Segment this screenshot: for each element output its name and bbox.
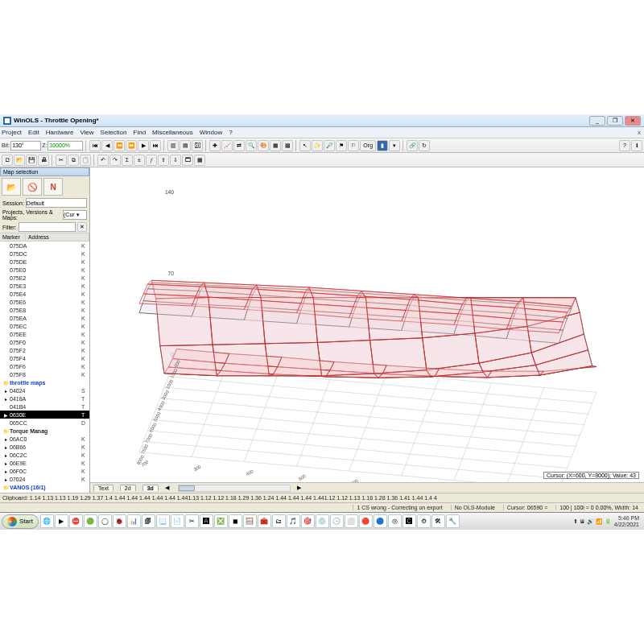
tree-item[interactable]: 075DAK (0, 242, 89, 250)
new-map-icon[interactable]: N (43, 178, 63, 196)
taskbar-app-icon[interactable]: 🪟 (243, 514, 257, 528)
tree-item[interactable]: ▸07024K (0, 475, 89, 483)
minimize-button[interactable]: _ (589, 116, 605, 126)
filter-clear-icon[interactable]: ✕ (77, 222, 87, 232)
graph-icon[interactable]: 📈 (221, 140, 233, 151)
wand-icon[interactable]: ✨ (312, 140, 323, 151)
taskbar-app-icon[interactable]: ⬜ (345, 514, 358, 528)
refresh-icon[interactable]: ↻ (419, 140, 430, 151)
flag-a-icon[interactable]: ⚑ (336, 140, 347, 151)
undo-icon[interactable]: ↶ (97, 155, 109, 166)
col-address[interactable]: Address (26, 233, 89, 241)
tab-2d[interactable]: 2d (120, 485, 136, 491)
search-icon[interactable]: 🔎 (324, 140, 335, 151)
view-stack-icon[interactable]: ▤ (180, 140, 191, 151)
tree-item[interactable]: 📁VANOS (16/1) (0, 483, 89, 491)
cursor-icon[interactable]: ↖ (299, 140, 311, 151)
tab-scroll-left-icon[interactable]: ◀ (165, 485, 169, 491)
taskbar-app-icon[interactable]: ▶ (55, 514, 68, 528)
map-tree[interactable]: 075DAK075DCK075DEK075E0K075E2K075E3K075E… (0, 242, 89, 493)
mdi-close-icon[interactable]: x (638, 129, 641, 136)
taskbar-app-icon[interactable]: 📄 (171, 514, 184, 528)
taskbar-app-icon[interactable]: 🅰 (200, 514, 213, 528)
view-split-icon[interactable]: ▥ (167, 140, 179, 151)
checksum-icon[interactable]: Σ (122, 155, 133, 166)
tree-item[interactable]: 075E6K (0, 298, 89, 306)
tree-item[interactable]: 075E2K (0, 274, 89, 282)
filter-field[interactable] (19, 222, 76, 232)
panel-more-icon[interactable]: ▾ (389, 140, 400, 151)
nav-last-icon[interactable]: ⏭ (150, 140, 161, 151)
tab-text[interactable]: Text (93, 485, 114, 491)
horizontal-scrollbar[interactable] (178, 485, 291, 492)
projects-selector[interactable] (63, 210, 87, 220)
taskbar-app-icon[interactable]: 💿 (316, 514, 329, 528)
zoom-in-icon[interactable]: 🔍 (246, 140, 257, 151)
tree-item[interactable]: 075F8K (0, 370, 89, 378)
tree-item[interactable]: 075DEK (0, 258, 89, 266)
taskbar-app-icon[interactable]: 🅲 (402, 514, 416, 528)
chart-3d[interactable]: 1407006001000200030004000500060007000750… (90, 167, 644, 482)
taskbar-app-icon[interactable]: 🔧 (446, 514, 460, 528)
nav-rewind-icon[interactable]: ⏪ (114, 140, 125, 151)
taskbar-app-icon[interactable]: ❎ (214, 514, 228, 528)
tile-icon[interactable]: ▦ (194, 155, 205, 166)
save-icon[interactable]: 💾 (26, 155, 37, 166)
taskbar-app-icon[interactable]: ⚙ (417, 514, 431, 528)
tray-icon[interactable]: 🖥 (580, 518, 585, 525)
taskbar-app-icon[interactable]: 🌐 (40, 514, 54, 528)
diff-icon[interactable]: ± (134, 155, 145, 166)
tree-item[interactable]: 075F2K (0, 346, 89, 354)
export-icon[interactable]: ⇪ (158, 155, 169, 166)
tree-item[interactable]: 075F6K (0, 362, 89, 370)
taskbar-app-icon[interactable]: 📊 (127, 514, 141, 528)
tree-item[interactable]: ▸0418AT (0, 394, 89, 402)
menu-selection[interactable]: Selection (101, 129, 127, 136)
menu-find[interactable]: Find (134, 129, 147, 136)
tray-icon[interactable]: 🔋 (605, 518, 612, 525)
taskbar-app-icon[interactable]: ◯ (98, 514, 112, 528)
tree-item[interactable]: 📁throttle maps (0, 378, 89, 386)
nav-next-icon[interactable]: ▶ (138, 140, 149, 151)
tree-item[interactable]: ▸06AC0K (0, 435, 89, 443)
clock[interactable]: 5:46 PM 4/22/2021 (614, 515, 639, 528)
taskbar-app-icon[interactable]: ✂ (185, 514, 199, 528)
tray-icon[interactable]: ⬆ (573, 518, 578, 525)
tree-item[interactable]: 075EAK (0, 314, 89, 322)
taskbar-app-icon[interactable]: 🗂 (272, 514, 286, 528)
menu-edit[interactable]: Edit (28, 129, 39, 136)
view-dual-icon[interactable]: ⿲ (192, 140, 203, 151)
taskbar-app-icon[interactable]: 🟢 (84, 514, 97, 528)
tree-item[interactable]: ▸06E9EK (0, 459, 89, 467)
tree-item[interactable]: 075F0K (0, 338, 89, 346)
menu-help[interactable]: ? (229, 129, 232, 136)
zoom-field[interactable] (47, 141, 83, 151)
redo-icon[interactable]: ↷ (109, 155, 121, 166)
nav-first-icon[interactable]: ⏮ (89, 140, 101, 151)
link-icon[interactable]: 🔗 (407, 140, 418, 151)
bit-field[interactable] (10, 141, 41, 151)
taskbar-app-icon[interactable]: 🧰 (258, 514, 271, 528)
tree-item[interactable]: 075E8K (0, 306, 89, 314)
taskbar-app-icon[interactable]: 🎯 (301, 514, 315, 528)
tab-3d[interactable]: 3d (142, 485, 159, 491)
nav-forward-icon[interactable]: ⏩ (126, 140, 137, 151)
taskbar-app-icon[interactable]: 🔵 (374, 514, 387, 528)
ban-icon[interactable]: 🚫 (23, 178, 42, 196)
tree-item[interactable]: 075F4K (0, 354, 89, 362)
maximize-button[interactable]: ❐ (607, 116, 623, 126)
taskbar-app-icon[interactable]: 🗐 (142, 514, 155, 528)
marker-icon[interactable]: ✚ (209, 140, 221, 151)
help-icon[interactable]: ? (619, 140, 630, 151)
menu-hardware[interactable]: Hardware (46, 129, 74, 136)
panel-blue-icon[interactable]: ▮ (377, 140, 388, 151)
flag-b-icon[interactable]: ⚐ (348, 140, 359, 151)
cut-icon[interactable]: ✂ (56, 155, 67, 166)
copy-icon[interactable]: ⧉ (68, 155, 79, 166)
tree-item[interactable]: ▸06C2CK (0, 451, 89, 459)
table-icon[interactable]: ▦ (270, 140, 281, 151)
session-field[interactable] (26, 198, 87, 208)
menu-misc[interactable]: Miscellaneous (152, 129, 193, 136)
open-project-icon[interactable]: 📂 (2, 178, 21, 196)
import-icon[interactable]: ⇩ (170, 155, 181, 166)
